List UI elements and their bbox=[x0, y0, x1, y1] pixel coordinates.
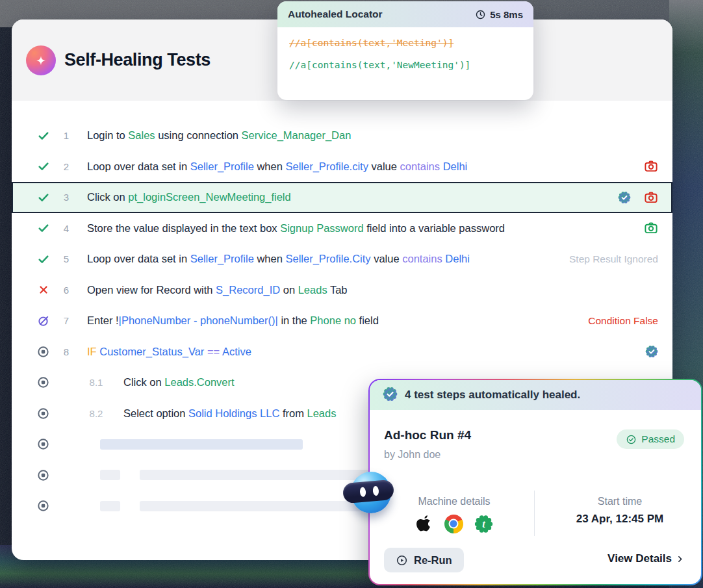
page-title: Self-Healing Tests bbox=[64, 50, 211, 70]
skip-icon bbox=[37, 314, 50, 327]
clock-icon bbox=[475, 9, 486, 20]
record-icon bbox=[36, 376, 50, 389]
run-summary-popup: 4 test steps automatically healed. Ad-ho… bbox=[368, 379, 702, 585]
record-icon bbox=[36, 345, 50, 359]
skeleton-bar bbox=[100, 470, 120, 480]
sparkle-icon bbox=[26, 45, 56, 75]
screenshot-button[interactable] bbox=[644, 159, 658, 173]
healed-badge[interactable] bbox=[645, 345, 658, 358]
run-title: Ad-hoc Run #4 bbox=[384, 428, 471, 442]
check-icon bbox=[37, 191, 50, 204]
rerun-button[interactable]: Re-Run bbox=[384, 548, 464, 572]
step-number: 1 bbox=[50, 130, 83, 141]
check-icon bbox=[37, 222, 50, 235]
apple-icon bbox=[416, 514, 433, 533]
step-description: IF Customer_Status_Var == Active bbox=[87, 346, 251, 358]
step-description: Select option Solid Holdings LLC from Le… bbox=[123, 407, 336, 420]
test-step-row[interactable]: 7Enter !|PhoneNumber - phoneNumber()| in… bbox=[12, 305, 672, 337]
duration-text: 5s 8ms bbox=[490, 9, 523, 20]
green-badge-icon: t bbox=[474, 515, 493, 533]
step-description: Enter !|PhoneNumber - phoneNumber()| in … bbox=[87, 314, 379, 327]
healed-badge[interactable] bbox=[618, 191, 631, 204]
test-step-row[interactable]: 6Open view for Record with S_Record_ID o… bbox=[12, 275, 672, 306]
skeleton-bar bbox=[100, 501, 120, 511]
machine-details-label: Machine details bbox=[389, 496, 519, 507]
new-locator-text: //a[contains(text,'NewMeeting')] bbox=[289, 60, 522, 70]
screenshot-button[interactable] bbox=[644, 221, 658, 235]
start-time-value: 23 Apr, 12:45 PM bbox=[565, 513, 675, 526]
test-step-row[interactable]: 5Loop over data set in Seller_Profile wh… bbox=[12, 244, 672, 275]
step-description: Login to Sales using connection Service_… bbox=[87, 129, 351, 142]
screenshot-camera-icon[interactable] bbox=[644, 221, 658, 235]
healed-banner-text: 4 test steps automatically healed. bbox=[405, 389, 580, 402]
record-icon bbox=[36, 499, 50, 513]
step-number: 2 bbox=[50, 161, 83, 172]
step-description: Click on pt_loginScreen_NewMeeting_field bbox=[87, 191, 291, 203]
record-icon bbox=[36, 468, 50, 482]
screenshot-camera-icon[interactable] bbox=[644, 159, 658, 173]
healed-badge-icon bbox=[618, 191, 631, 204]
step-result-note: Condition False bbox=[588, 315, 658, 327]
run-author: by John doe bbox=[384, 449, 441, 461]
check-icon bbox=[37, 129, 50, 142]
robot-mascot bbox=[343, 469, 394, 517]
start-time-label: Start time bbox=[565, 496, 675, 507]
check-circle-icon bbox=[626, 434, 637, 445]
healed-badge-icon bbox=[645, 345, 658, 358]
test-step-row[interactable]: 1Login to Sales using connection Service… bbox=[12, 120, 672, 151]
step-number: 4 bbox=[50, 223, 83, 234]
start-time-block: Start time 23 Apr, 12:45 PM bbox=[565, 496, 675, 526]
robot-eye bbox=[359, 487, 366, 497]
view-details-link[interactable]: View Details bbox=[607, 552, 684, 565]
tooltip-body: //a[contains(text,'Meeting')] //a[contai… bbox=[277, 27, 533, 81]
step-description: Loop over data set in Seller_Profile whe… bbox=[87, 160, 467, 173]
step-number: 6 bbox=[50, 285, 83, 296]
step-description: Click on Leads.Convert bbox=[123, 376, 235, 389]
rerun-label: Re-Run bbox=[414, 554, 452, 567]
check-icon bbox=[37, 160, 50, 173]
x-icon bbox=[38, 284, 49, 296]
divider bbox=[534, 491, 535, 536]
healed-banner: 4 test steps automatically healed. bbox=[370, 380, 701, 410]
robot-eye bbox=[372, 486, 379, 496]
machine-details: Machine details t bbox=[389, 496, 519, 533]
play-icon bbox=[396, 554, 408, 567]
step-result-note: Step Result Ignored bbox=[569, 253, 658, 265]
tooltip-title: Autohealed Locator bbox=[288, 8, 383, 20]
screenshot-button[interactable] bbox=[644, 190, 658, 205]
view-details-label: View Details bbox=[607, 552, 672, 565]
step-number: 8.2 bbox=[80, 408, 112, 419]
healed-badge-icon bbox=[383, 387, 398, 402]
step-number: 7 bbox=[50, 315, 83, 326]
step-number: 8 bbox=[50, 346, 83, 357]
old-locator-text: //a[contains(text,'Meeting')] bbox=[289, 38, 522, 48]
status-text: Passed bbox=[641, 433, 675, 445]
step-number: 5 bbox=[50, 253, 83, 264]
step-number: 3 bbox=[50, 192, 83, 203]
step-description: Store the value displayed in the text bo… bbox=[87, 222, 505, 235]
step-description: Loop over data set in Seller_Profile whe… bbox=[87, 253, 470, 265]
test-step-row[interactable]: 8IF Customer_Status_Var == Active bbox=[12, 337, 672, 368]
chrome-icon bbox=[444, 515, 463, 533]
test-step-row[interactable]: 2Loop over data set in Seller_Profile wh… bbox=[12, 151, 672, 183]
test-step-row[interactable]: 4Store the value displayed in the text b… bbox=[12, 213, 672, 244]
test-step-row[interactable]: 3Click on pt_loginScreen_NewMeeting_fiel… bbox=[12, 182, 672, 213]
step-description: Open view for Record with S_Record_ID on… bbox=[87, 284, 348, 296]
tooltip-header: Autohealed Locator 5s 8ms bbox=[277, 1, 533, 27]
chevron-right-icon bbox=[676, 554, 684, 564]
skeleton-bar bbox=[100, 439, 303, 450]
healed-badge-icon bbox=[383, 387, 398, 404]
green-badge-icon: t bbox=[474, 515, 493, 533]
check-icon bbox=[37, 253, 50, 266]
status-badge: Passed bbox=[617, 429, 684, 449]
record-icon bbox=[36, 437, 50, 451]
autohealed-locator-tooltip: Autohealed Locator 5s 8ms //a[contains(t… bbox=[277, 1, 533, 100]
svg-text:t: t bbox=[482, 518, 485, 530]
record-icon bbox=[36, 407, 50, 420]
step-number: 8.1 bbox=[80, 377, 112, 388]
machine-icons: t bbox=[389, 514, 519, 533]
screenshot-camera-icon[interactable] bbox=[644, 190, 658, 205]
duration-value: 5s 8ms bbox=[475, 9, 523, 20]
